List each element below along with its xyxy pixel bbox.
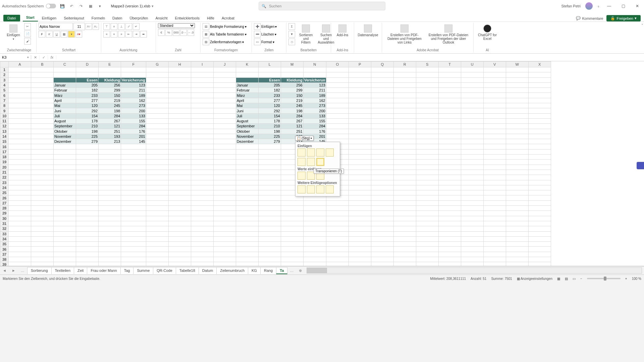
cell[interactable]: [9, 226, 31, 231]
cell[interactable]: [483, 139, 506, 144]
cell[interactable]: [528, 221, 551, 226]
cell[interactable]: [31, 98, 54, 103]
cell[interactable]: [236, 170, 258, 175]
cell[interactable]: [168, 93, 191, 98]
cell[interactable]: [191, 72, 213, 77]
cell[interactable]: [76, 175, 99, 180]
cell[interactable]: [461, 216, 483, 221]
cell[interactable]: Essen: [258, 77, 281, 82]
cell[interactable]: [31, 165, 54, 170]
data-cell[interactable]: November: [236, 134, 258, 139]
cell[interactable]: [393, 165, 416, 170]
cell[interactable]: [9, 129, 31, 134]
cell[interactable]: [31, 247, 54, 252]
cell[interactable]: [348, 226, 371, 231]
cell[interactable]: [528, 170, 551, 175]
cell[interactable]: [146, 221, 168, 226]
cell[interactable]: [9, 170, 31, 175]
cell[interactable]: [416, 195, 438, 200]
cell[interactable]: [213, 206, 236, 211]
cell[interactable]: [213, 236, 236, 241]
cell[interactable]: [348, 93, 371, 98]
cell[interactable]: [438, 231, 461, 236]
cell[interactable]: [258, 185, 281, 190]
cell[interactable]: [191, 144, 213, 149]
cell[interactable]: [236, 206, 258, 211]
cell[interactable]: [506, 124, 528, 129]
cell[interactable]: [303, 206, 326, 211]
merge-icon[interactable]: ⬌: [140, 31, 147, 38]
cell[interactable]: [326, 247, 348, 252]
delete-cells-button[interactable]: ➖Löschen ▾: [254, 31, 277, 38]
cell-styles-button[interactable]: ▧Zellenformatvorlagen ▾: [203, 39, 247, 45]
data-cell[interactable]: 189: [303, 93, 326, 98]
cell[interactable]: [348, 113, 371, 118]
cell[interactable]: [506, 103, 528, 108]
cell[interactable]: [146, 93, 168, 98]
cell[interactable]: [31, 103, 54, 108]
row-header[interactable]: 9: [0, 108, 9, 113]
cell[interactable]: [438, 149, 461, 154]
col-header[interactable]: F: [121, 62, 146, 67]
cell[interactable]: [76, 252, 99, 257]
row-header[interactable]: 1: [0, 67, 9, 72]
cell[interactable]: [393, 129, 416, 134]
cell[interactable]: [461, 257, 483, 262]
cell[interactable]: [371, 180, 393, 185]
cell[interactable]: [191, 180, 213, 185]
col-header[interactable]: T: [438, 62, 461, 67]
col-header[interactable]: L: [258, 62, 281, 67]
cell[interactable]: [76, 242, 99, 247]
cell[interactable]: [191, 185, 213, 190]
cell[interactable]: [54, 211, 76, 216]
zoom-in-icon[interactable]: +: [625, 277, 627, 281]
cell[interactable]: [461, 200, 483, 205]
cell[interactable]: [31, 82, 54, 87]
row-header[interactable]: 29: [0, 211, 9, 216]
cell[interactable]: [461, 175, 483, 180]
cell[interactable]: [213, 103, 236, 108]
paste-link-icon[interactable]: [307, 185, 315, 193]
cell[interactable]: [483, 190, 506, 195]
cell[interactable]: [281, 236, 303, 241]
row-header[interactable]: 26: [0, 195, 9, 200]
cell[interactable]: [213, 149, 236, 154]
border-icon[interactable]: ▦: [61, 31, 67, 38]
cell[interactable]: [416, 129, 438, 134]
cell[interactable]: [258, 190, 281, 195]
cell[interactable]: [393, 93, 416, 98]
cell[interactable]: [146, 88, 168, 93]
sort-filter-button[interactable]: Sortieren und Filtern: [297, 23, 315, 46]
cell[interactable]: [371, 98, 393, 103]
data-cell[interactable]: 133: [303, 113, 326, 118]
cell[interactable]: [9, 236, 31, 241]
data-cell[interactable]: 256: [281, 82, 303, 87]
crown-icon[interactable]: ⬨: [597, 4, 600, 8]
row-header[interactable]: 24: [0, 185, 9, 190]
cell[interactable]: [146, 206, 168, 211]
data-cell[interactable]: 120: [76, 103, 99, 108]
cell[interactable]: [348, 195, 371, 200]
cell[interactable]: [483, 247, 506, 252]
cell[interactable]: [393, 206, 416, 211]
cell[interactable]: [326, 242, 348, 247]
chatgpt-button[interactable]: ChatGPT for Excel: [476, 23, 499, 42]
cell[interactable]: [31, 77, 54, 82]
data-cell[interactable]: März: [54, 93, 76, 98]
cell[interactable]: [393, 160, 416, 165]
font-name-input[interactable]: [39, 23, 73, 30]
cell[interactable]: [438, 236, 461, 241]
cell[interactable]: [303, 252, 326, 257]
cell[interactable]: [483, 93, 506, 98]
cell[interactable]: [213, 72, 236, 77]
undo-icon[interactable]: ↶: [69, 3, 75, 9]
cell[interactable]: [31, 221, 54, 226]
cell[interactable]: [348, 180, 371, 185]
cell[interactable]: [393, 242, 416, 247]
cell[interactable]: [213, 180, 236, 185]
data-cell[interactable]: April: [236, 98, 258, 103]
cell[interactable]: Essen: [76, 77, 99, 82]
cell[interactable]: [236, 175, 258, 180]
sheet-tab[interactable]: Zeilenumbruch: [216, 267, 248, 274]
row-header[interactable]: 25: [0, 190, 9, 195]
